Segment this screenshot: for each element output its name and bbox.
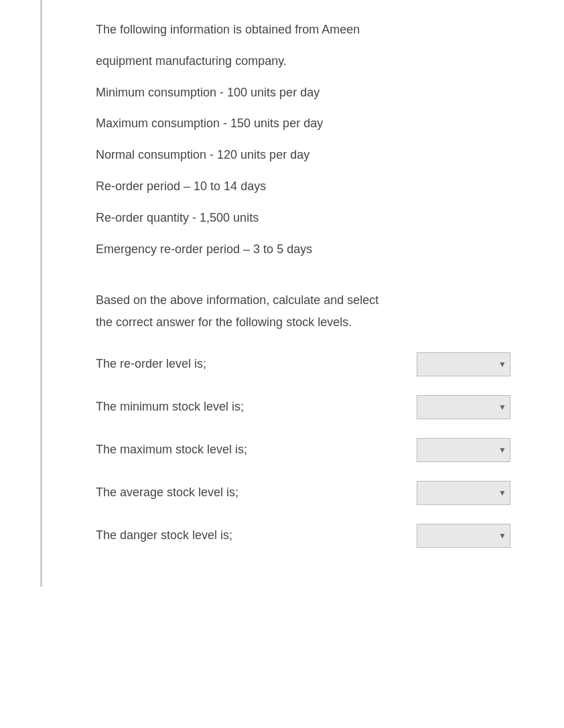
info-line-1: Maximum consumption - 150 units per day xyxy=(96,114,510,133)
dropdown-reorder-level[interactable]: 5007501,0001,2501,5001,7502,0002,1002,50… xyxy=(417,352,510,376)
instruction-line-2: the correct answer for the following sto… xyxy=(96,313,510,332)
dropdown-avg-stock[interactable]: 5007501,0001,2501,5001,7502,0002,1002,50… xyxy=(417,481,510,505)
dropdown-min-stock[interactable]: 5007501,0001,2501,5001,7502,0002,1002,50… xyxy=(417,395,510,419)
question-label-reorder-level: The re-order level is; xyxy=(96,355,403,373)
dropdown-container-max-stock: 5007501,0001,2501,5001,7502,0002,1002,50… xyxy=(417,438,510,462)
page-container: The following information is obtained fr… xyxy=(40,0,564,587)
dropdown-wrapper-min-stock: 5007501,0001,2501,5001,7502,0002,1002,50… xyxy=(417,395,510,419)
question-label-min-stock: The minimum stock level is; xyxy=(96,398,403,416)
instruction-line-1: Based on the above information, calculat… xyxy=(96,291,510,310)
instruction-block: Based on the above information, calculat… xyxy=(96,291,510,332)
dropdown-container-avg-stock: 5007501,0001,2501,5001,7502,0002,1002,50… xyxy=(417,481,510,505)
question-label-avg-stock: The average stock level is; xyxy=(96,484,403,502)
question-row-reorder-level: The re-order level is;5007501,0001,2501,… xyxy=(96,352,510,376)
dropdown-container-min-stock: 5007501,0001,2501,5001,7502,0002,1002,50… xyxy=(417,395,510,419)
dropdown-wrapper-reorder-level: 5007501,0001,2501,5001,7502,0002,1002,50… xyxy=(417,352,510,376)
question-row-min-stock: The minimum stock level is;5007501,0001,… xyxy=(96,395,510,419)
question-label-max-stock: The maximum stock level is; xyxy=(96,441,403,459)
intro-line-1: The following information is obtained fr… xyxy=(96,20,510,40)
info-lines-container: Minimum consumption - 100 units per dayM… xyxy=(96,83,510,259)
question-row-danger-stock: The danger stock level is;5007501,0001,2… xyxy=(96,524,510,548)
question-row-avg-stock: The average stock level is;5007501,0001,… xyxy=(96,481,510,505)
dropdown-max-stock[interactable]: 5007501,0001,2501,5001,7502,0002,1002,50… xyxy=(417,438,510,462)
question-row-max-stock: The maximum stock level is;5007501,0001,… xyxy=(96,438,510,462)
intro-line-2: equipment manufacturing company. xyxy=(96,52,510,71)
info-line-0: Minimum consumption - 100 units per day xyxy=(96,83,510,102)
dropdown-container-danger-stock: 5007501,0001,2501,5001,7502,0002,1002,50… xyxy=(417,524,510,548)
question-label-danger-stock: The danger stock level is; xyxy=(96,526,403,544)
dropdown-wrapper-avg-stock: 5007501,0001,2501,5001,7502,0002,1002,50… xyxy=(417,481,510,505)
info-line-4: Re-order quantity - 1,500 units xyxy=(96,208,510,228)
dropdown-wrapper-max-stock: 5007501,0001,2501,5001,7502,0002,1002,50… xyxy=(417,438,510,462)
info-line-2: Normal consumption - 120 units per day xyxy=(96,145,510,165)
info-line-5: Emergency re-order period – 3 to 5 days xyxy=(96,240,510,259)
dropdown-container-reorder-level: 5007501,0001,2501,5001,7502,0002,1002,50… xyxy=(417,352,510,376)
dropdown-wrapper-danger-stock: 5007501,0001,2501,5001,7502,0002,1002,50… xyxy=(417,524,510,548)
dropdown-danger-stock[interactable]: 5007501,0001,2501,5001,7502,0002,1002,50… xyxy=(417,524,510,548)
info-line-3: Re-order period – 10 to 14 days xyxy=(96,177,510,196)
intro-block: The following information is obtained fr… xyxy=(96,20,510,71)
questions-container: The re-order level is;5007501,0001,2501,… xyxy=(96,352,510,548)
